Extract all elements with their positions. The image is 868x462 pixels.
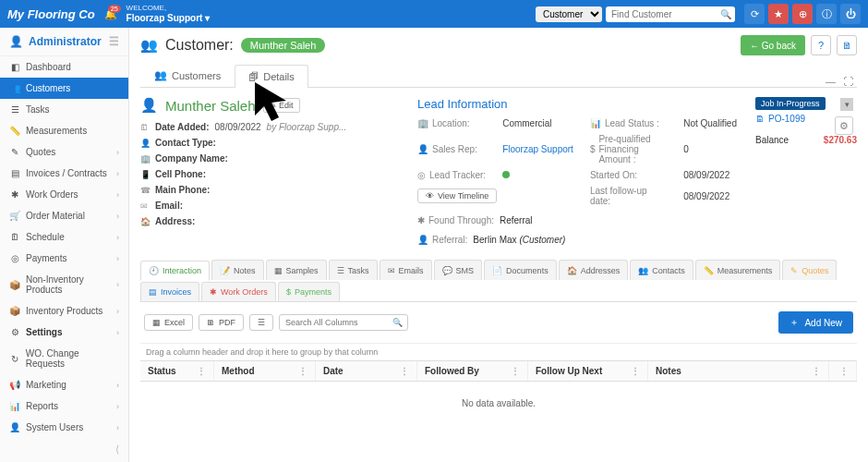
column-menu-icon[interactable]: ⋮ — [298, 366, 307, 376]
details-tab-icon: 🗐 — [248, 71, 259, 82]
sidebar-item-system-users[interactable]: 👤System Users› — [0, 417, 128, 438]
sidebar-item-marketing[interactable]: 📢Marketing› — [0, 374, 128, 395]
grid-search-input[interactable] — [279, 314, 408, 331]
sidebar-item-settings[interactable]: ⚙Settings› — [0, 322, 128, 343]
help-page-button[interactable]: ? — [811, 35, 831, 55]
sidebar-item-label: Work Orders — [26, 189, 78, 200]
column-header-followed-by[interactable]: Followed By⋮ — [417, 361, 528, 381]
view-timeline-button[interactable]: 👁View Timeline — [417, 188, 497, 203]
customer-field: ☎Main Phone: — [140, 182, 399, 198]
column-header-status[interactable]: Status⋮ — [140, 361, 214, 381]
sidebar-item-customers[interactable]: 👥Customers — [0, 78, 128, 99]
favorites-button[interactable]: ★ — [768, 4, 789, 24]
column-header-follow-up-next[interactable]: Follow Up Next⋮ — [528, 361, 648, 381]
sidebar-item-work-orders[interactable]: ✱Work Orders› — [0, 184, 128, 205]
subtab-icon: ✉ — [388, 266, 395, 275]
info-button[interactable]: ⓘ — [816, 4, 837, 24]
subtab-icon: 📏 — [704, 266, 714, 275]
column-menu-icon[interactable]: ⋮ — [812, 366, 821, 376]
customer-field: 🏢Company Name: — [140, 151, 399, 166]
sidebar-item-dashboard[interactable]: ◧Dashboard — [0, 56, 128, 78]
tab-customers[interactable]: 👥 Customers — [140, 63, 235, 87]
go-back-button[interactable]: ← Go back — [741, 35, 805, 55]
sidebar-item-reports[interactable]: 📊Reports› — [0, 395, 128, 417]
sidebar-icon: ◎ — [9, 253, 20, 263]
subtab-notes[interactable]: 📝Notes — [211, 260, 264, 280]
customer-field: 📱Cell Phone: — [140, 166, 399, 182]
balance-value: $270.63 — [824, 135, 857, 145]
tab-details[interactable]: 🗐 Details — [235, 65, 308, 88]
search-type-select[interactable]: Customer — [536, 6, 602, 22]
refresh-button[interactable]: ⟳ — [744, 4, 765, 24]
export-pdf-button[interactable]: 🗎PDF — [199, 314, 244, 331]
subtab-icon: ▦ — [274, 266, 283, 275]
chevron-right-icon: › — [116, 328, 119, 337]
sidebar-item-non-inventory-products[interactable]: 📦Non-Inventory Products› — [0, 269, 128, 300]
sidebar-item-label: Order Material — [26, 211, 85, 221]
field-value: 08/09/2022 — [215, 122, 261, 132]
subtab-quotes[interactable]: ✎Quotes — [782, 260, 837, 280]
notification-bell[interactable]: 🔔 25 — [104, 8, 117, 20]
settings-gear-button[interactable]: ⚙ — [835, 116, 853, 135]
sidebar-item-wo-change-requests[interactable]: ↻WO. Change Requests — [0, 343, 128, 374]
sidebar-item-label: Measurements — [26, 126, 87, 136]
subtab-icon: 💬 — [442, 266, 452, 275]
minimize-icon[interactable]: — — [826, 76, 836, 87]
columns-button[interactable]: ☰ — [249, 314, 273, 331]
column-header-notes[interactable]: Notes⋮ — [648, 361, 829, 381]
search-icon[interactable]: 🔍 — [720, 9, 731, 19]
group-hint: Drag a column header and drop it here to… — [140, 343, 857, 360]
subtab-emails[interactable]: ✉Emails — [380, 260, 432, 280]
sidebar-item-label: Quotes — [26, 147, 55, 157]
user-icon: 👤 — [9, 35, 23, 48]
column-menu-icon[interactable]: ⋮ — [197, 366, 206, 376]
sales-rep-value[interactable]: Floorzap Support — [502, 144, 573, 154]
column-menu-icon[interactable]: ⋮ — [511, 366, 520, 376]
menu-icon[interactable]: ☰ — [109, 35, 119, 48]
sidebar-item-invoices-contracts[interactable]: ▤Invoices / Contracts› — [0, 163, 128, 184]
sidebar-item-tasks[interactable]: ☰Tasks — [0, 99, 128, 120]
column-header-actions[interactable]: ⋮ — [829, 361, 857, 381]
subtab-payments[interactable]: $Payments — [278, 282, 340, 301]
sidebar-collapse[interactable]: ⟨ — [0, 438, 128, 461]
field-icon: 👤 — [140, 139, 150, 148]
collapse-panel-button[interactable]: ▾ — [840, 98, 853, 111]
export-excel-button[interactable]: ▦Excel — [144, 314, 193, 331]
welcome-block[interactable]: WELCOME, Floorzap Support ▾ — [127, 5, 211, 23]
sidebar-item-order-material[interactable]: 🛒Order Material› — [0, 205, 128, 226]
subtab-measurements[interactable]: 📏Measurements — [695, 260, 781, 280]
sidebar-item-schedule[interactable]: 🗓Schedule› — [0, 226, 128, 248]
subtab-contacts[interactable]: 👥Contacts — [630, 260, 693, 280]
sidebar-item-quotes[interactable]: ✎Quotes› — [0, 141, 128, 163]
help-button[interactable]: ⊕ — [792, 4, 813, 24]
subtab-documents[interactable]: 📄Documents — [484, 260, 557, 280]
sidebar-item-label: Schedule — [26, 232, 65, 242]
subtab-label: Emails — [399, 266, 424, 275]
add-new-button[interactable]: ＋Add New — [778, 311, 853, 334]
customer-search-input[interactable] — [606, 6, 735, 22]
sidebar-item-inventory-products[interactable]: 📦Inventory Products› — [0, 300, 128, 322]
subtab-invoices[interactable]: ▤Invoices — [140, 282, 199, 301]
subtab-work-orders[interactable]: ✱Work Orders — [201, 282, 276, 301]
power-button[interactable]: ⏻ — [840, 4, 861, 24]
column-label: Notes — [656, 366, 681, 376]
search-icon[interactable]: 🔍 — [392, 318, 403, 327]
subtab-addresses[interactable]: 🏠Addresses — [559, 260, 629, 280]
lead-info-heading: Lead Information — [417, 97, 737, 111]
subtab-samples[interactable]: ▦Samples — [266, 260, 327, 280]
column-header-date[interactable]: Date⋮ — [316, 361, 417, 381]
plus-icon: ＋ — [790, 316, 799, 329]
subtab-label: Measurements — [717, 266, 773, 275]
column-menu-icon[interactable]: ⋮ — [400, 366, 409, 376]
subtab-sms[interactable]: 💬SMS — [434, 260, 483, 280]
sidebar-item-measurements[interactable]: 📏Measurements — [0, 120, 128, 141]
column-header-method[interactable]: Method⋮ — [214, 361, 316, 381]
subtab-tasks[interactable]: ☰Tasks — [329, 260, 378, 280]
export-page-button[interactable]: 🗎 — [837, 35, 857, 55]
sidebar-item-payments[interactable]: ◎Payments› — [0, 248, 128, 269]
expand-icon[interactable]: ⛶ — [843, 76, 853, 87]
edit-customer-button[interactable]: ✎ Edit — [263, 98, 300, 113]
column-menu-icon[interactable]: ⋮ — [839, 366, 849, 376]
column-menu-icon[interactable]: ⋮ — [631, 366, 640, 376]
subtab-interaction[interactable]: 🕘Interaction — [140, 261, 210, 281]
